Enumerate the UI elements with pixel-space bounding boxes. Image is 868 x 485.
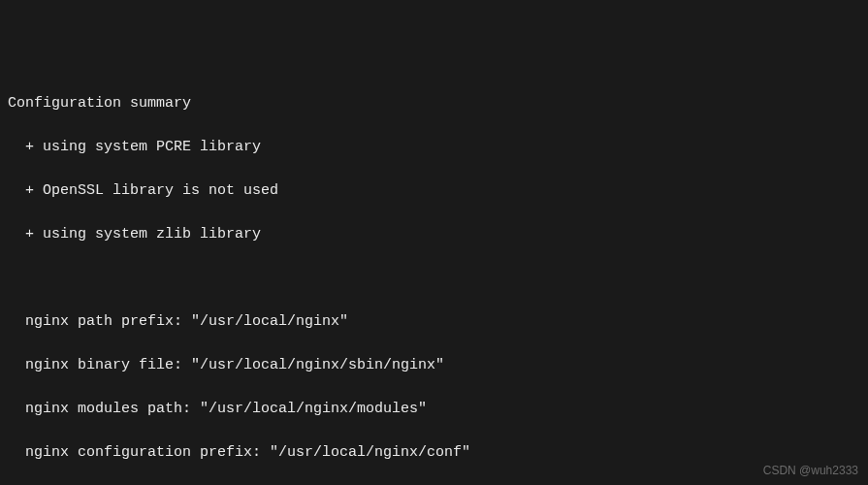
value: "/usr/local/nginx/modules" <box>200 401 427 417</box>
path-conf-prefix: nginx configuration prefix: "/usr/local/… <box>8 442 860 465</box>
bullet-pcre: + using system PCRE library <box>8 137 860 159</box>
config-summary-header: Configuration summary <box>8 93 860 115</box>
bullet-openssl: + OpenSSL library is not used <box>8 180 860 203</box>
path-modules: nginx modules path: "/usr/local/nginx/mo… <box>8 399 860 421</box>
label: nginx configuration prefix: <box>25 444 270 461</box>
label: nginx path prefix: <box>25 313 191 330</box>
label: nginx modules path: <box>25 401 200 417</box>
value: "/usr/local/nginx/conf" <box>270 444 470 461</box>
label: nginx binary file: <box>25 357 191 373</box>
blank-line <box>8 268 860 290</box>
watermark: CSDN @wuh2333 <box>763 462 858 479</box>
path-binary: nginx binary file: "/usr/local/nginx/sbi… <box>8 355 860 377</box>
value: "/usr/local/nginx" <box>191 313 348 330</box>
path-prefix: nginx path prefix: "/usr/local/nginx" <box>8 311 860 334</box>
bullet-zlib: + using system zlib library <box>8 224 860 246</box>
value: "/usr/local/nginx/sbin/nginx" <box>191 357 444 373</box>
